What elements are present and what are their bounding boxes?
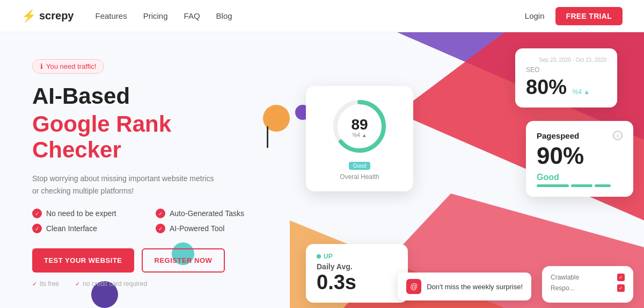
seo-change: %4 ▲ [573,88,590,96]
check-icon-3: ✓ [32,224,42,233]
free-trial-button[interactable]: FREE TRIAL [555,7,623,25]
hero-title-line1: AI-Based [32,83,268,109]
logo-text: screpy [39,10,74,22]
nav-features[interactable]: Features [96,11,127,20]
feature-item-4: ✓ AI-Powered Tool [156,224,268,233]
seo-value-row: 80% %4 ▲ [526,76,606,99]
pagespeed-header: Pagespeed i [537,131,623,140]
nav-right: Login FREE TRIAL [525,7,623,25]
daily-status: UP [317,253,397,260]
seo-value: 80% [526,76,567,98]
pagespeed-bars [537,184,623,187]
card-overall-health: 89 %4 ▲ Good Overal Health [306,86,413,191]
pagespeed-bar-1 [537,184,569,187]
toast-notification: @ Don't miss the weekly surprise! [398,273,531,300]
daily-label: Daily Avg. [317,262,397,271]
traffic-badge: ℹ You need traffic! [32,59,104,74]
crawlable-label-2: Respo... [551,284,575,292]
hero-description: Stop worrying about missing important we… [32,173,215,197]
feature-item-3: ✓ Clean Interface [32,224,145,233]
nav-faq[interactable]: FAQ [184,11,200,20]
up-dot [317,254,321,259]
crawlable-row-2: Respo... ✓ [551,284,625,292]
info-icon-pagespeed: i [613,131,623,140]
health-gauge: 89 %4 ▲ [330,97,389,156]
test-website-button[interactable]: TEST YOUR WEBSITE [32,248,134,273]
crawlable-row-1: Crawlable ✓ [551,274,625,281]
card-crawlable: Crawlable ✓ Respo... ✓ [542,266,633,303]
crawlable-label-1: Crawlable [551,274,579,281]
crawlable-check-1: ✓ [617,274,625,281]
card-daily-avg: UP Daily Avg. 0.3s [306,244,408,303]
pagespeed-label: Pagespeed [537,131,579,140]
card-seo: Sep 23, 2020 - Oct 23, 2020 SEO 80% %4 ▲ [515,48,617,108]
hero-right: 89 %4 ▲ Good Overal Health Sep 23, 2020 … [290,32,644,308]
pagespeed-status: Good [537,173,623,182]
pagespeed-bar-2 [571,184,592,187]
hero-section: ℹ You need traffic! AI-Based Google Rank… [0,32,644,308]
login-button[interactable]: Login [525,11,545,20]
crawlable-check-2: ✓ [617,284,625,292]
check-icon-2: ✓ [156,209,165,218]
logo[interactable]: ⚡ screpy [21,9,74,23]
nav-pricing[interactable]: Pricing [143,11,168,20]
daily-value: 0.3s [317,271,397,294]
pagespeed-value: 90% [537,142,623,169]
toast-icon: @ [406,279,421,294]
cta-buttons: TEST YOUR WEBSITE REGISTER NOW [32,248,268,273]
navbar: ⚡ screpy Features Pricing FAQ Blog Login… [0,0,644,32]
nav-links: Features Pricing FAQ Blog [96,11,232,21]
badge-text: You need traffic! [46,62,96,70]
nav-blog[interactable]: Blog [216,11,232,20]
check-card-icon: ✓ [75,281,80,288]
health-label: Overal Health [317,173,402,181]
check-icon-1: ✓ [32,209,42,218]
card-date: Sep 23, 2020 - Oct 23, 2020 [526,57,606,63]
register-button[interactable]: REGISTER NOW [142,248,225,273]
check-free-icon: ✓ [32,281,37,288]
cta-notes: ✓ its free ✓ no credit card required [32,280,268,288]
hero-left: ℹ You need traffic! AI-Based Google Rank… [0,32,290,308]
cursor [267,126,268,148]
health-badge: Good [349,162,370,170]
note-free: ✓ its free [32,280,59,288]
info-icon: ℹ [40,62,43,70]
feature-item-2: ✓ Auto-Generated Tasks [156,209,268,218]
health-sub: %4 ▲ [352,132,367,138]
toast-text: Don't miss the weekly surprise! [427,283,523,291]
card-pagespeed: Pagespeed i 90% Good [526,121,633,197]
seo-label: SEO [526,66,606,74]
feature-list: ✓ No need to be expert ✓ Auto-Generated … [32,209,268,233]
health-score: 89 [351,116,368,133]
feature-item-1: ✓ No need to be expert [32,209,145,218]
logo-icon: ⚡ [21,9,36,23]
hero-title-line2: Google Rank Checker [32,111,268,163]
pagespeed-bar-3 [595,184,611,187]
note-no-card: ✓ no credit card required [75,280,147,288]
check-icon-4: ✓ [156,224,165,233]
